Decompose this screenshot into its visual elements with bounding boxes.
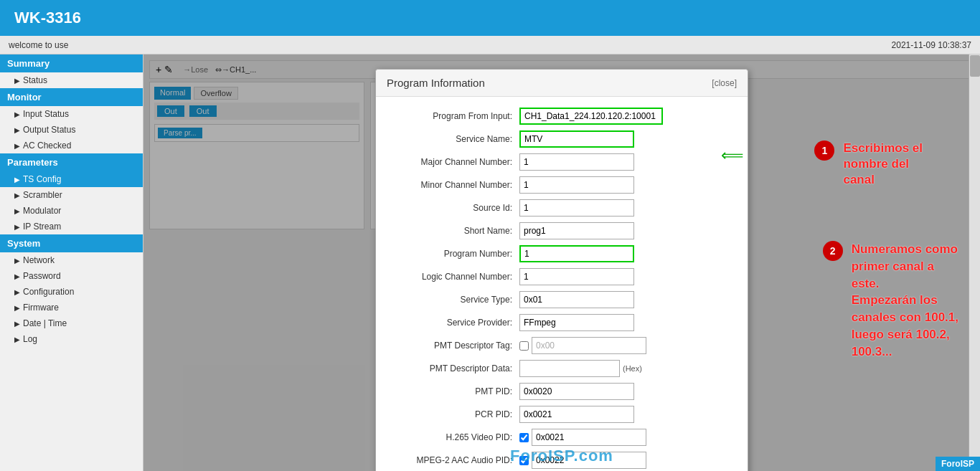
label-program-from-input: Program From Input: [390,111,519,121]
sidebar-item-ac-checked[interactable]: ▶ AC Checked [0,138,143,153]
sidebar-item-output-status[interactable]: ▶ Output Status [0,122,143,138]
input-pmt-pid[interactable] [519,383,634,400]
label-logic-channel-number: Logic Channel Number: [390,272,519,282]
field-service-type: Service Type: [390,291,733,308]
sidebar-item-log[interactable]: ▶ Log [0,331,143,347]
input-service-type[interactable] [519,291,634,308]
modal-body: Program From Input: Service Name: Major … [376,97,748,471]
input-program-from-input[interactable] [519,108,663,125]
checkbox-pmt-descriptor-tag[interactable] [519,341,529,351]
input-major-channel-number[interactable] [519,153,634,171]
sidebar-item-input-status[interactable]: ▶ Input Status [0,106,143,122]
label-pmt-descriptor-tag: PMT Descriptor Tag: [390,341,519,351]
sidebar-item-ip-stream[interactable]: ▶ IP Stream [0,219,143,234]
modal-title: Program Information [387,77,485,89]
field-pmt-pid: PMT PID: [390,383,733,400]
label-service-type: Service Type: [390,295,519,305]
label-h265-video-pid: H.265 Video PID: [390,432,519,442]
pmt-descriptor-data-suffix: (Hex) [623,364,642,373]
scrollbar-thumb[interactable] [970,55,980,77]
label-pcr-pid: PCR PID: [390,409,519,419]
sidebar-item-scrambler[interactable]: ▶ Scrambler [0,187,143,203]
program-info-modal: Program Information [close] Program From… [375,69,748,471]
sidebar-item-date-time[interactable]: ▶ Date | Time [0,315,143,331]
sidebar-item-status[interactable]: ▶ Status [0,72,143,88]
input-h265-video-pid[interactable] [532,429,646,446]
field-service-name: Service Name: [390,130,733,148]
sidebar-item-modulator[interactable]: ▶ Modulator [0,203,143,219]
label-source-id: Source Id: [390,203,519,213]
input-minor-channel-number[interactable] [519,176,634,194]
field-source-id: Source Id: [390,199,733,217]
sidebar-item-network[interactable]: ▶ Network [0,252,143,268]
label-pmt-pid: PMT PID: [390,386,519,396]
modal-close-link[interactable]: [close] [712,78,737,88]
label-major-channel-number: Major Channel Number: [390,157,519,167]
field-pcr-pid: PCR PID: [390,406,733,423]
label-program-number: Program Number: [390,249,519,259]
input-pmt-descriptor-data[interactable] [519,360,620,377]
input-source-id[interactable] [519,199,634,217]
datetime-text: 2021-11-09 10:38:37 [892,40,971,50]
input-pcr-pid[interactable] [519,406,634,423]
sidebar-section-summary: Summary [0,54,143,72]
label-pmt-descriptor-data: PMT Descriptor Data: [390,363,519,374]
subheader: welcome to use 2021-11-09 10:38:37 [0,36,980,54]
input-logic-channel-number[interactable] [519,268,634,285]
checkbox-h265-video-pid[interactable] [519,433,529,442]
sidebar-item-password[interactable]: ▶ Password [0,268,143,284]
sidebar-section-system: System [0,234,143,252]
app-title: WK-3316 [14,9,81,27]
sidebar-section-parameters: Parameters [0,153,143,171]
welcome-text: welcome to use [9,40,68,50]
field-service-provider: Service Provider: [390,314,733,331]
label-short-name: Short Name: [390,226,519,236]
sidebar-item-configuration[interactable]: ▶ Configuration [0,284,143,300]
modal-overlay: Program Information [close] Program From… [143,54,980,471]
field-program-from-input: Program From Input: [390,108,733,125]
label-service-provider: Service Provider: [390,318,519,328]
scrollbar[interactable] [969,54,980,471]
input-pmt-descriptor-tag[interactable] [532,337,646,354]
field-major-channel-number: Major Channel Number: [390,153,733,171]
main-layout: Summary ▶ Status Monitor ▶ Input Status … [0,54,980,471]
field-logic-channel-number: Logic Channel Number: [390,268,733,285]
modal-header: Program Information [close] [376,70,748,97]
sidebar-section-monitor: Monitor [0,88,143,106]
input-service-name[interactable] [519,130,634,148]
field-minor-channel-number: Minor Channel Number: [390,176,733,194]
watermark: ForoISP.com [510,447,613,465]
content-area: + ✎ →Lose ⇔→CH1_... Normal Overflow Out … [143,54,980,471]
input-service-provider[interactable] [519,314,634,331]
foroisp-badge: ForoISP [936,457,980,471]
label-service-name: Service Name: [390,134,519,144]
field-program-number: Program Number: [390,245,733,262]
field-pmt-descriptor-tag: PMT Descriptor Tag: [390,337,733,354]
label-minor-channel-number: Minor Channel Number: [390,180,519,190]
sidebar-item-firmware[interactable]: ▶ Firmware [0,300,143,315]
app-header: WK-3316 [0,0,980,36]
label-mpeg2-aac-audio-pid: MPEG-2 AAC Audio PID: [390,455,519,465]
input-short-name[interactable] [519,222,634,239]
field-h265-video-pid: H.265 Video PID: [390,429,733,446]
input-program-number[interactable] [519,245,634,262]
field-short-name: Short Name: [390,222,733,239]
field-pmt-descriptor-data: PMT Descriptor Data: (Hex) [390,360,733,377]
sidebar: Summary ▶ Status Monitor ▶ Input Status … [0,54,143,471]
sidebar-item-ts-config[interactable]: ▶ TS Config [0,171,143,187]
